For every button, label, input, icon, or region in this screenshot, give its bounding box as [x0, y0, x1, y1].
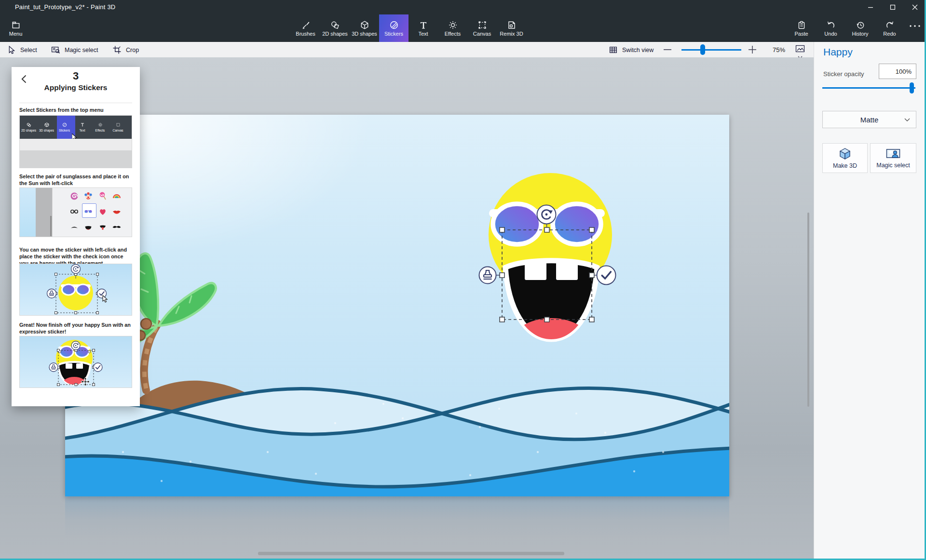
minimize-icon	[868, 4, 873, 10]
redo-button[interactable]: Redo	[875, 14, 904, 42]
maximize-icon	[890, 4, 896, 10]
mini-tab-2d-shapes: 2D shapes	[20, 116, 38, 138]
zoom-slider-thumb[interactable]	[700, 44, 705, 55]
redo-icon	[885, 20, 895, 30]
thumb-finish-scene	[20, 336, 132, 387]
tutorial-section1-text: Select Stickers from the top menu	[19, 107, 133, 113]
make-3d-cube-icon	[839, 147, 851, 160]
tutorial-panel: 3 Applying Stickers Select Stickers from…	[12, 67, 140, 406]
mini-tab-effects: Effects	[91, 116, 109, 138]
undo-button[interactable]: Undo	[816, 14, 845, 42]
menu-label: Menu	[9, 31, 23, 37]
confirm-check-button[interactable]	[597, 266, 616, 285]
mini-text-icon	[80, 122, 85, 127]
panel-magic-select-button[interactable]: Magic select	[870, 143, 916, 173]
canvas[interactable]	[65, 115, 729, 496]
stickers-icon	[389, 20, 399, 30]
paste-button[interactable]: Paste	[787, 14, 816, 42]
rotate-handle[interactable]	[537, 205, 556, 224]
effects-icon	[448, 20, 458, 30]
sticker-swirl	[67, 188, 82, 204]
tab-brushes[interactable]: Brushes	[291, 14, 320, 42]
zoom-out-button[interactable]	[663, 46, 672, 55]
sticker-tongue-mouth	[95, 219, 110, 235]
tutorial-step-title: Applying Stickers	[12, 83, 140, 92]
tab-stickers[interactable]: Stickers	[379, 14, 409, 42]
sticker-rainbow	[110, 188, 124, 204]
ellipsis-icon	[909, 24, 921, 28]
history-icon	[856, 20, 865, 30]
mini-effects-icon	[98, 122, 103, 127]
switch-view-grid-icon	[609, 45, 618, 54]
mini-tab-stickers: Stickers	[55, 116, 73, 138]
tab-2d-shapes[interactable]: 2D shapes	[320, 14, 350, 42]
tab-text[interactable]: Text	[409, 14, 438, 42]
zoom-slider-track[interactable]	[681, 49, 741, 51]
switch-view-button[interactable]: Switch view	[609, 45, 654, 54]
sticker-sunglasses-selected[interactable]	[82, 204, 96, 219]
paste-icon	[797, 20, 806, 30]
make-3d-button[interactable]: Make 3D	[822, 143, 868, 173]
close-icon	[912, 4, 918, 10]
zoom-in-button[interactable]	[748, 45, 757, 56]
make-3d-label: Make 3D	[833, 162, 857, 169]
minimize-button[interactable]	[859, 0, 882, 14]
panel-magic-select-label: Magic select	[876, 162, 910, 169]
stamp-button[interactable]	[479, 267, 496, 284]
minus-icon	[663, 46, 672, 53]
material-dropdown[interactable]: Matte	[822, 111, 916, 128]
canvas-reflection	[65, 496, 729, 539]
select-button[interactable]: Select	[7, 45, 37, 54]
remix-3d-icon	[507, 20, 517, 30]
sticker-heart	[95, 204, 110, 219]
tab-3d-shapes[interactable]: 3D shapes	[350, 14, 379, 42]
mini-3d-shapes-icon	[44, 122, 49, 127]
mouth-sticker	[505, 261, 597, 374]
opacity-input[interactable]: 100%	[879, 64, 916, 79]
thumb-placement-scene	[20, 264, 132, 315]
tutorial-divider	[19, 103, 132, 103]
history-button[interactable]: History	[845, 14, 875, 42]
tutorial-thumb-finish	[19, 336, 132, 388]
tutorial-thumb-placement	[19, 264, 132, 316]
tutorial-step-number: 3	[12, 70, 140, 82]
mini-tab-canvas: Canvas	[109, 116, 127, 138]
sticker-laugh-mouth	[82, 219, 96, 235]
header-actions: Paste Undo History Redo	[787, 14, 904, 42]
more-options-button[interactable]	[909, 21, 921, 30]
select-cursor-icon	[7, 45, 16, 54]
plus-icon	[748, 45, 757, 54]
tab-canvas[interactable]: Canvas	[467, 14, 497, 42]
mini-2d-shapes-icon	[27, 122, 31, 127]
opacity-slider-thumb[interactable]	[910, 82, 914, 93]
3d-shapes-icon	[360, 20, 369, 30]
brushes-icon	[301, 20, 311, 30]
vertical-scrollbar[interactable]	[807, 213, 809, 407]
tutorial-section2-text: Select the pair of sunglasses and place …	[19, 173, 133, 187]
sticker-mustache	[110, 219, 124, 235]
material-value: Matte	[860, 116, 879, 124]
horizontal-scrollbar[interactable]	[258, 552, 564, 555]
opacity-label: Sticker opacity	[823, 70, 864, 78]
ocean-waves	[65, 356, 729, 496]
menu-icon	[11, 20, 21, 30]
image-fit-icon	[795, 44, 805, 54]
crop-button[interactable]: Crop	[112, 45, 139, 54]
tab-effects[interactable]: Effects	[438, 14, 467, 42]
zoom-level-value: 75%	[773, 46, 785, 53]
canvas-icon	[477, 20, 487, 30]
mini-stickers-icon	[62, 122, 67, 127]
magic-select-button[interactable]: Magic select	[51, 45, 98, 54]
tab-remix-3d[interactable]: Remix 3D	[497, 14, 526, 42]
paint3d-window: Paint_tut_Prototype_v2* - Paint 3D Menu …	[0, 0, 926, 560]
canvas-scene	[65, 115, 729, 496]
sticker-glasses	[67, 204, 82, 219]
maximize-button[interactable]	[882, 0, 904, 14]
close-button[interactable]	[904, 0, 926, 14]
menu-button[interactable]: Menu	[1, 14, 30, 42]
sticker-lollipop	[95, 188, 110, 204]
tutorial-thumb-sticker-picker	[19, 187, 132, 237]
fit-to-view-button[interactable]	[795, 44, 805, 59]
main-tabs: Brushes 2D shapes 3D shapes Stickers	[291, 14, 526, 42]
opacity-slider-track[interactable]	[822, 87, 915, 89]
